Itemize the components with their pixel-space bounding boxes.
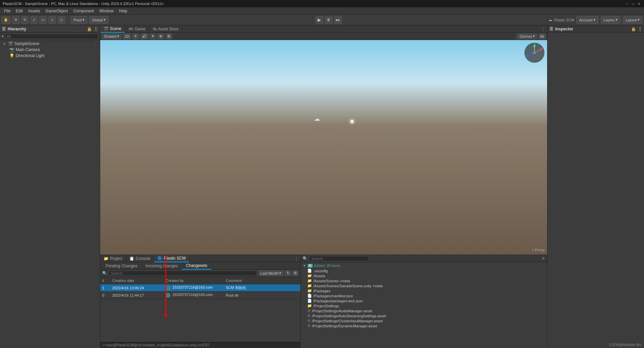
tab-game[interactable]: 🎮 Game — [125, 25, 149, 33]
close-button[interactable]: ✕ — [637, 1, 641, 6]
hierarchy-more-icon[interactable]: ⋮ — [94, 27, 98, 31]
2d-button[interactable]: 2D — [123, 33, 131, 39]
scene-toolbar: Shaded ▾ 2D ☀ 🔊 ✦ 👁 ⊞ | Gizmos ▾ All — [100, 33, 547, 40]
scm-row-1[interactable]: 1 2022/4/16 13:06:24 👤 15333737116@163.c… — [100, 284, 300, 292]
grid-toggle[interactable]: ⊞ — [166, 33, 172, 39]
file-item-audiomanager[interactable]: ⚙ /ProjectSettings/AudioManager.asset — [301, 308, 547, 313]
tab-project[interactable]: 📁 Project — [100, 255, 126, 262]
file-search-icon: 🔍 — [303, 256, 308, 261]
subtab-pending-changes[interactable]: Pending Changes — [102, 262, 141, 270]
file-item-packages[interactable]: 📁 /Packages — [301, 288, 547, 293]
tab-console[interactable]: 📋 Console — [126, 255, 154, 262]
fx-toggle[interactable]: ✦ — [150, 33, 156, 39]
viewport[interactable]: ☁ < Persp X Y — [100, 40, 547, 255]
hand-tool[interactable]: ✋ — [1, 16, 11, 24]
added-section-label: Added: 28 items — [314, 264, 341, 268]
refresh-icon: ↻ — [287, 271, 290, 275]
bottom-left-panel: 📁 Project 📋 Console 🔵 Plastic SCM ⋮ — [100, 255, 301, 348]
light-toggle[interactable]: ☀ — [132, 33, 139, 39]
layout-dropdown[interactable]: Layout ▾ — [623, 16, 643, 24]
file-item-dynamicmanager[interactable]: ⚙ /ProjectSettings/DynamicManager.asset — [301, 323, 547, 328]
hierarchy-lock-icon[interactable]: 🔒 — [87, 27, 92, 31]
subtab-incoming-changes[interactable]: Incoming changes — [141, 262, 182, 270]
bottom-right-panel: 🔍 ✕ ▼ A Added: 28 items 📄 .vsconfig — [301, 255, 547, 348]
settings-button[interactable]: ⚙ — [292, 270, 298, 276]
file-item-samplescene[interactable]: 📁 /Assets/Scenes/SampleScene.unity +meta — [301, 283, 547, 288]
file-list-search-input[interactable] — [309, 256, 369, 261]
settings-icon: ⚙ — [294, 271, 297, 275]
minimize-button[interactable]: ─ — [625, 1, 629, 6]
hierarchy-header: ☰ Hierarchy 🔒 ⋮ — [0, 25, 100, 33]
menu-component[interactable]: Component — [70, 8, 97, 14]
move-tool[interactable]: ✛ — [12, 16, 20, 24]
last-month-dropdown-icon: ▾ — [279, 271, 281, 275]
menu-gameobject[interactable]: GameObject — [43, 8, 70, 14]
hierarchy-item-directionallight[interactable]: 💡 Directional Light — [0, 53, 100, 59]
rotate-tool[interactable]: ↻ — [21, 16, 29, 24]
menu-help[interactable]: Help — [116, 8, 130, 14]
file-item-assets[interactable]: 📁 /Assets — [301, 273, 547, 278]
scm-row-1-user: 👤 15333737116@163.com — [164, 285, 224, 290]
pivot-dropdown-icon: ▾ — [83, 18, 85, 22]
hierarchy-search-input[interactable] — [5, 34, 99, 39]
folder-icon-samplescene: 📁 — [307, 284, 312, 288]
inspector-lock-icon[interactable]: 🔒 — [631, 27, 636, 31]
subtab-changesets[interactable]: Changesets — [182, 262, 211, 270]
folder-icon-assets-scenes: 📁 — [307, 279, 312, 283]
restore-button[interactable]: □ — [631, 1, 635, 6]
all-button[interactable]: All — [538, 33, 546, 39]
changesets-label: Changesets — [186, 263, 207, 268]
scm-search-input[interactable] — [109, 271, 257, 276]
file-label-audiomanager: /ProjectSettings/AudioManager.asset — [312, 309, 372, 313]
audio-toggle[interactable]: 🔊 — [140, 33, 148, 39]
menu-window[interactable]: Window — [97, 8, 116, 14]
scene-tabs-more[interactable]: ⋮ — [539, 27, 547, 31]
tab-asset-store[interactable]: 🛍 Asset Store — [149, 25, 182, 33]
file-item-vsconfig[interactable]: 📄 .vsconfig — [301, 268, 547, 273]
file-item-projectsettings[interactable]: 📁 /ProjectSettings — [301, 303, 547, 308]
file-item-manifest[interactable]: 📄 /Packages/manifest.json — [301, 293, 547, 298]
menu-file[interactable]: File — [1, 8, 13, 14]
play-button[interactable]: ▶ — [315, 16, 323, 24]
hierarchy-content: ▼ 🎬 SampleScene ⋮ 📷 Main Camera 💡 Direct… — [0, 40, 100, 348]
hierarchy-add-button[interactable]: + — [1, 34, 4, 39]
hidden-toggle[interactable]: 👁 — [157, 33, 164, 39]
samplescene-more[interactable]: ⋮ — [94, 42, 97, 46]
col-header-date: Creation date — [110, 279, 164, 283]
file-item-packages-lock[interactable]: 📄 /Packages/packages-lock.json — [301, 298, 547, 303]
scm-row-0[interactable]: 0 2022/4/16 11:44:17 👤 15333737116@163.c… — [100, 292, 300, 299]
plastic-scm-tab-label: Plastic SCM — [164, 256, 185, 261]
tab-scene[interactable]: 🎬 Scene — [100, 25, 125, 33]
viewport-grid — [100, 201, 547, 255]
file-item-autostreaming[interactable]: ⚙ /ProjectSettings/AutoStreamingSettings… — [301, 313, 547, 318]
file-item-clusterinput[interactable]: ⚙ /ProjectSettings/ClusterInputManager.a… — [301, 318, 547, 323]
inspector-more-icon[interactable]: ⋮ — [638, 27, 642, 31]
tab-plastic-scm[interactable]: 🔵 Plastic SCM — [154, 255, 189, 262]
scale-tool[interactable]: ⤢ — [30, 16, 38, 24]
file-icon-audiomanager: ⚙ — [307, 309, 311, 313]
step-button[interactable]: ⏭ — [334, 16, 342, 24]
file-list-close-button[interactable]: ✕ — [541, 256, 545, 261]
last-month-button[interactable]: Last Month ▾ — [258, 270, 284, 276]
account-dropdown[interactable]: Account ▾ — [576, 16, 599, 24]
pivot-dropdown[interactable]: Pivot ▾ — [70, 16, 88, 24]
refresh-button[interactable]: ↻ — [285, 270, 291, 276]
gizmos-dropdown[interactable]: Gizmos ▾ — [517, 33, 537, 39]
file-item-assets-scenes-meta[interactable]: 📁 /Assets/Scenes +meta — [301, 278, 547, 283]
layers-dropdown[interactable]: Layers ▾ — [601, 16, 621, 24]
shaded-dropdown[interactable]: Shaded ▾ — [102, 33, 122, 39]
menu-edit[interactable]: Edit — [13, 8, 25, 14]
hierarchy-item-samplescene[interactable]: ▼ 🎬 SampleScene ⋮ — [0, 41, 100, 47]
hierarchy-item-maincamera[interactable]: 📷 Main Camera — [0, 47, 100, 53]
custom-tool[interactable]: ⬡ — [57, 16, 65, 24]
file-section-added[interactable]: ▼ A Added: 28 items — [301, 263, 547, 268]
transform-tool[interactable]: ⊹ — [48, 16, 56, 24]
plastic-scm-label: Plastic SCM — [554, 18, 574, 22]
file-label-manifest: /Packages/manifest.json — [313, 294, 353, 298]
menu-assets[interactable]: Assets — [25, 8, 43, 14]
global-dropdown[interactable]: Global ▾ — [89, 16, 109, 24]
pause-button[interactable]: ⏸ — [325, 16, 333, 24]
hierarchy-panel: ☰ Hierarchy 🔒 ⋮ + ▼ 🎬 SampleScene ⋮ 📷 Ma… — [0, 25, 100, 348]
bottom-tabs-more[interactable]: ⋮ — [292, 256, 300, 261]
rect-tool[interactable]: ▭ — [39, 16, 47, 24]
